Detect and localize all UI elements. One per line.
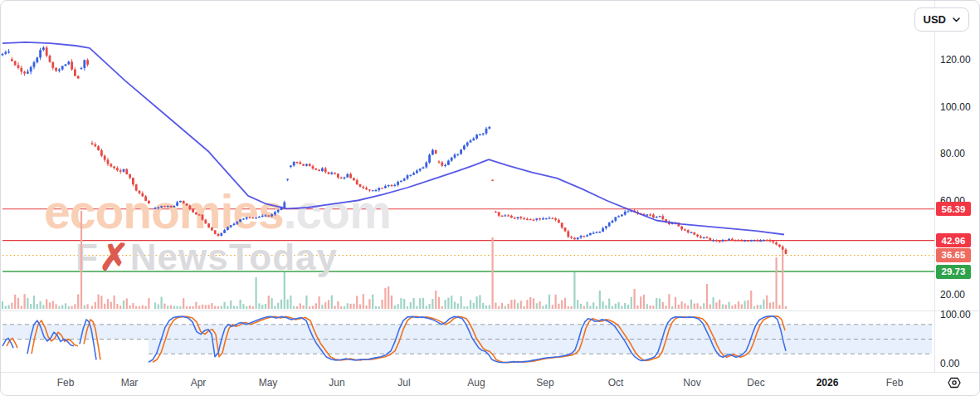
candle-body — [412, 173, 415, 174]
volume-bar — [526, 300, 528, 309]
candle-body — [428, 154, 431, 162]
volume-bar — [766, 296, 768, 309]
time-axis-label[interactable]: Nov — [683, 377, 700, 389]
volume-bar — [662, 302, 664, 309]
provider-logo-icon[interactable] — [947, 375, 962, 390]
volume-bar — [95, 302, 96, 309]
volume-bar — [193, 306, 194, 309]
chart-canvas[interactable] — [1, 1, 980, 396]
volume-bar — [189, 306, 191, 309]
volume-bar — [725, 305, 727, 309]
candle-body — [498, 212, 500, 215]
candle-body — [246, 218, 248, 219]
volume-bar — [731, 306, 733, 309]
volume-bar — [249, 306, 251, 309]
volume-bar — [129, 306, 131, 309]
candle-body — [734, 240, 737, 241]
volume-bar — [549, 295, 550, 309]
time-axis-label[interactable]: Dec — [747, 377, 764, 389]
candle-body — [305, 164, 308, 165]
volume-bar — [8, 305, 10, 309]
volume-bar — [337, 301, 339, 309]
time-axis-label[interactable]: Jul — [397, 377, 410, 389]
candle-body — [661, 216, 664, 219]
candle-body — [475, 134, 478, 138]
candle-body — [766, 240, 768, 241]
volume-bar — [77, 294, 79, 309]
volume-bar — [763, 300, 764, 309]
time-axis-label[interactable]: Jun — [329, 377, 344, 389]
candle-body — [11, 59, 13, 61]
volume-bar — [652, 306, 654, 309]
candle-body — [220, 233, 222, 236]
candle-body — [125, 169, 128, 174]
candle-body — [160, 206, 163, 207]
volume-bar — [340, 306, 342, 309]
volume-bar — [268, 296, 270, 309]
stochastic-k-line — [149, 316, 786, 363]
candle-body — [744, 241, 746, 242]
candle-body — [80, 68, 83, 69]
time-axis-label[interactable]: Feb — [886, 377, 904, 389]
time-axis-label[interactable]: May — [259, 377, 278, 389]
volume-bar — [435, 291, 436, 309]
volume-bar — [359, 305, 361, 309]
volume-bar — [65, 303, 66, 309]
candle-body — [55, 68, 57, 71]
volume-bar — [87, 304, 89, 309]
volume-bar — [410, 302, 412, 309]
candle-body — [479, 134, 481, 135]
candle-body — [94, 144, 96, 146]
volume-bar — [489, 305, 490, 309]
volume-bar — [510, 300, 512, 309]
volume-bar — [331, 296, 333, 309]
volume-bar — [135, 306, 137, 309]
volume-bar — [681, 301, 683, 309]
volume-bar — [49, 302, 51, 309]
candle-body — [39, 50, 41, 57]
volume-bar — [700, 306, 701, 309]
volume-bar — [375, 306, 377, 309]
price-axis-label: 80.00 — [940, 148, 965, 159]
time-axis-label[interactable]: Sep — [536, 377, 553, 389]
candle-body — [362, 187, 364, 188]
volume-bar — [650, 306, 651, 309]
volume-bar — [309, 306, 310, 309]
time-axis-label[interactable]: Feb — [57, 377, 75, 389]
candle-body — [519, 217, 522, 218]
candle-body — [570, 237, 573, 237]
volume-bar — [252, 306, 254, 309]
candle-body — [148, 201, 150, 203]
volume-bar — [429, 304, 431, 309]
volume-bar — [580, 304, 582, 309]
volume-bar — [589, 306, 591, 309]
candle-body — [340, 178, 343, 178]
time-axis-label[interactable]: Aug — [467, 377, 485, 389]
volume-bar — [690, 300, 692, 309]
candle-body — [170, 206, 173, 208]
candle-body — [602, 228, 604, 232]
candle-body — [344, 178, 346, 178]
candle-body — [154, 208, 157, 209]
volume-bar — [256, 277, 257, 309]
candle-body — [554, 218, 557, 220]
time-axis-label[interactable]: Oct — [608, 377, 624, 389]
volume-bar — [431, 299, 433, 309]
time-axis-label[interactable]: Mar — [121, 377, 139, 389]
volume-bar — [419, 298, 421, 309]
candle-body — [116, 168, 119, 170]
candle-body — [388, 185, 390, 186]
time-axis-label[interactable]: 2026 — [817, 377, 839, 389]
candle-body — [438, 162, 441, 163]
candle-body — [608, 222, 611, 226]
candle-body — [696, 235, 699, 237]
candle-body — [589, 233, 592, 236]
time-axis-label[interactable]: Apr — [191, 377, 207, 389]
volume-bar — [573, 272, 575, 309]
currency-dropdown[interactable]: USD — [914, 7, 969, 32]
candle-body — [77, 76, 80, 79]
volume-bar — [274, 306, 275, 309]
candlesticks — [2, 46, 787, 254]
volume-bar — [280, 300, 282, 309]
volume-bar — [640, 296, 641, 309]
